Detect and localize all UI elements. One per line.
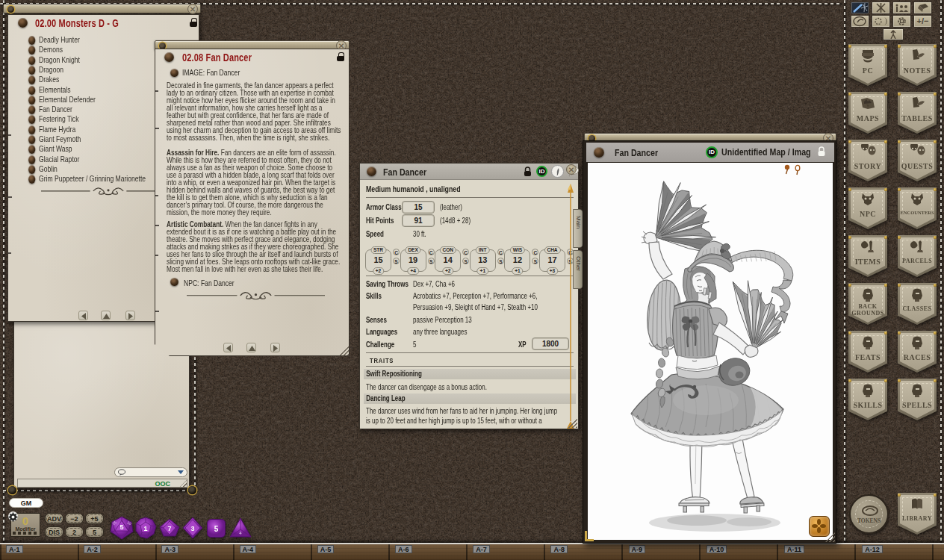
svg-text:5: 5 bbox=[119, 523, 123, 531]
svg-text:5: 5 bbox=[214, 525, 219, 533]
svg-text:1: 1 bbox=[143, 525, 147, 532]
svg-text:3: 3 bbox=[190, 525, 194, 532]
svg-text:7: 7 bbox=[167, 525, 171, 532]
